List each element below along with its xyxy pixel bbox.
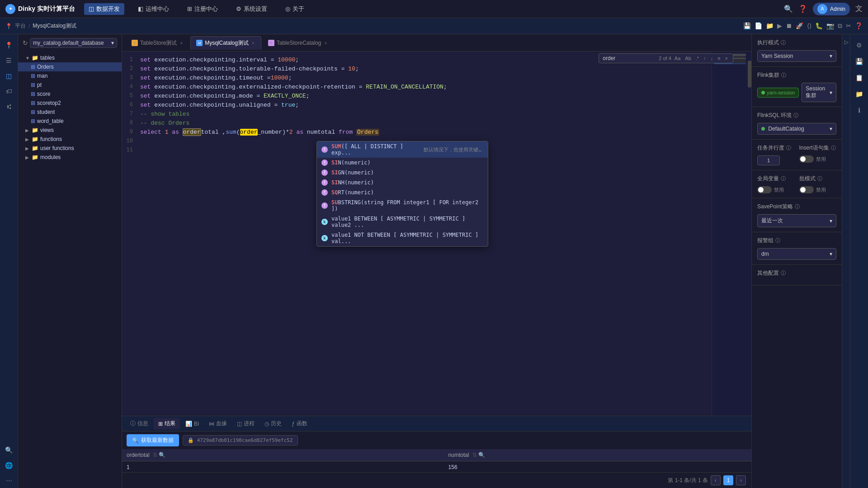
info-icon[interactable]: ⓘ <box>817 175 822 182</box>
side-icon-menu[interactable]: ☰ <box>2 53 16 68</box>
rside-info-icon[interactable]: ℹ <box>852 103 867 117</box>
session-cluster-dropdown[interactable]: Session集群 ▾ <box>802 83 836 102</box>
search-up-button[interactable]: ↑ <box>702 55 708 61</box>
info-icon[interactable]: ⓘ <box>775 237 780 244</box>
tab-close-tablestore[interactable]: × <box>179 40 184 46</box>
scrollbar-thumb[interactable] <box>748 61 751 88</box>
info-icon[interactable]: ⓘ <box>786 145 791 151</box>
search-close-button[interactable]: × <box>724 55 729 61</box>
page-1-button[interactable]: 1 <box>723 475 733 485</box>
savepoint-dropdown[interactable]: 最近一次 ▾ <box>757 214 836 227</box>
tab-tablestore[interactable]: T TableStore测试 × <box>126 36 189 50</box>
info-icon[interactable]: ⓘ <box>831 145 836 151</box>
tab-process[interactable]: ◫ 进程 <box>232 418 259 429</box>
search-icon[interactable]: 🔍 <box>784 5 793 13</box>
tab-tablestorecatalog[interactable]: T TableStoreCatalog × <box>262 37 334 49</box>
search-list-button[interactable]: ≡ <box>716 55 722 61</box>
debug-icon[interactable]: 🐛 <box>815 22 823 30</box>
info-icon[interactable]: ⓘ <box>795 203 800 210</box>
rside-config-icon[interactable]: ⚙ <box>852 38 867 52</box>
db-selector[interactable]: my_catalog.default_database ▾ <box>30 38 117 48</box>
save-icon[interactable]: 💾 <box>743 22 751 30</box>
tree-item-tables[interactable]: ▼ 📁 tables <box>18 53 122 62</box>
tree-item-student[interactable]: ⊞ student <box>18 108 122 117</box>
ac-item-sinh[interactable]: f SINH(numeric) <box>317 178 488 188</box>
tree-item-orders[interactable]: ⊞ Orders <box>18 62 122 71</box>
insert-clause-toggle[interactable] <box>799 155 814 163</box>
tree-item-scoretop2[interactable]: ⊞ scoretop2 <box>18 99 122 108</box>
side-icon-dots[interactable]: ⋯ <box>2 474 16 488</box>
nav-settings[interactable]: ⚙ 系统设置 <box>231 3 272 15</box>
tree-item-score[interactable]: ⊞ score <box>18 89 122 99</box>
search-regex-button[interactable]: .* <box>694 55 700 61</box>
autocomplete-dropdown[interactable]: f SUM([ ALL | DISTINCT ] exp... 默认情况下，也使… <box>316 141 488 247</box>
breadcrumb-platform[interactable]: 平台 <box>15 22 26 30</box>
user-badge[interactable]: A Admin <box>813 3 850 15</box>
side-icon-table[interactable]: ◫ <box>2 69 16 83</box>
ac-item-sum[interactable]: f SUM([ ALL | DISTINCT ] exp... 默认情况下，也使… <box>317 141 488 158</box>
help2-icon[interactable]: ❓ <box>855 22 863 30</box>
tab-functions[interactable]: ƒ 函数 <box>287 418 312 429</box>
lang-icon[interactable]: 文 <box>855 4 863 14</box>
stop-icon[interactable]: ⏹ <box>786 22 792 30</box>
ac-item-not-between[interactable]: k value1 NOT BETWEEN [ ASYMMETRIC | SYMM… <box>317 230 488 246</box>
help-icon[interactable]: ❓ <box>798 5 807 13</box>
tab-mysqlcatalog[interactable]: M MysqlCatalog测试 × <box>190 36 261 50</box>
info-icon[interactable]: ⓘ <box>781 72 786 79</box>
info-icon[interactable]: ⓘ <box>793 112 798 119</box>
ac-item-between[interactable]: k value1 BETWEEN [ ASYMMETRIC | SYMMETRI… <box>317 214 488 230</box>
side-icon-tag[interactable]: 🏷 <box>2 84 16 99</box>
sort-icon[interactable]: ⇅ <box>153 452 157 458</box>
side-icon-search[interactable]: 🔍 <box>2 443 16 457</box>
search-word-button[interactable]: Ab <box>684 55 692 61</box>
task-parallel-input[interactable] <box>757 155 780 165</box>
copy-icon[interactable]: ⧉ <box>838 22 842 30</box>
side-icon-version[interactable]: ⑆ <box>2 99 16 114</box>
col-header-ordertotal[interactable]: ordertotal ⇅ 🔍 <box>122 449 444 461</box>
info-icon[interactable]: ⓘ <box>781 270 786 277</box>
nav-data-dev[interactable]: ◫ 数据开发 <box>84 3 124 15</box>
code-editor[interactable]: 1 set execution.checkpointing.interval =… <box>122 52 712 416</box>
execution-mode-dropdown[interactable]: Yarn Session ▾ <box>757 50 836 62</box>
folder-icon[interactable]: 📁 <box>766 22 774 30</box>
ac-item-sin[interactable]: f SIN(numeric) <box>317 158 488 168</box>
rside-save-icon[interactable]: 💾 <box>852 54 867 69</box>
nav-about[interactable]: ◎ 关于 <box>281 3 309 15</box>
tree-item-man[interactable]: ⊞ man <box>18 71 122 80</box>
format-icon[interactable]: ⟨⟩ <box>807 22 811 30</box>
alarm-group-dropdown[interactable]: dm ▾ <box>757 248 836 260</box>
next-page-button[interactable]: › <box>736 475 746 485</box>
global-var-toggle[interactable] <box>757 186 772 193</box>
sort-icon[interactable]: ⇅ <box>472 452 477 458</box>
side-icon-global[interactable]: 🌐 <box>2 458 16 473</box>
tree-item-pt[interactable]: ⊞ pt <box>18 80 122 89</box>
search-down-button[interactable]: ↓ <box>709 55 715 61</box>
tab-results[interactable]: ⊞ 结果 <box>154 418 180 429</box>
ac-item-substring[interactable]: f SUBSTRING(string FROM integer1 [ FOR i… <box>317 197 488 214</box>
panel-toggle[interactable]: ◁ <box>841 38 851 48</box>
rside-job-icon[interactable]: 📁 <box>852 87 867 101</box>
refresh-button[interactable]: ↻ <box>23 39 28 47</box>
tab-info[interactable]: ⓘ 信息 <box>126 418 153 429</box>
tab-close-mysqlcatalog[interactable]: × <box>251 40 255 46</box>
flinksql-env-dropdown[interactable]: DefaultCatalog ▾ <box>757 123 836 135</box>
tree-item-user-functions[interactable]: ▶ 📁 user functions <box>18 144 122 153</box>
yarn-session-badge[interactable]: yarn-session <box>757 88 799 98</box>
batch-mode-toggle[interactable] <box>799 186 814 193</box>
refresh-data-button[interactable]: 🔍 获取最新数据 <box>127 434 179 446</box>
tree-item-modules[interactable]: ▶ 📁 modules <box>18 153 122 162</box>
tree-item-word-table[interactable]: ⊞ word_table <box>18 117 122 126</box>
search-case-button[interactable]: Aa <box>673 55 682 61</box>
col-header-numtotal[interactable]: numtotal ⇅ 🔍 <box>444 449 751 461</box>
tab-bi[interactable]: 📊 BI <box>181 419 203 429</box>
tab-lineage[interactable]: ⋈ 血缘 <box>204 418 231 429</box>
scrollbar[interactable] <box>748 52 751 416</box>
rside-history-icon[interactable]: 📋 <box>852 70 867 85</box>
run-icon[interactable]: ▶ <box>777 22 782 30</box>
settings-icon[interactable]: ✂ <box>846 22 851 30</box>
snapshot-icon[interactable]: 📷 <box>826 22 834 30</box>
filter-icon[interactable]: 🔍 <box>159 452 165 458</box>
info-icon[interactable]: ⓘ <box>781 175 786 182</box>
prev-page-button[interactable]: ‹ <box>711 475 721 485</box>
search-input[interactable] <box>603 55 657 61</box>
